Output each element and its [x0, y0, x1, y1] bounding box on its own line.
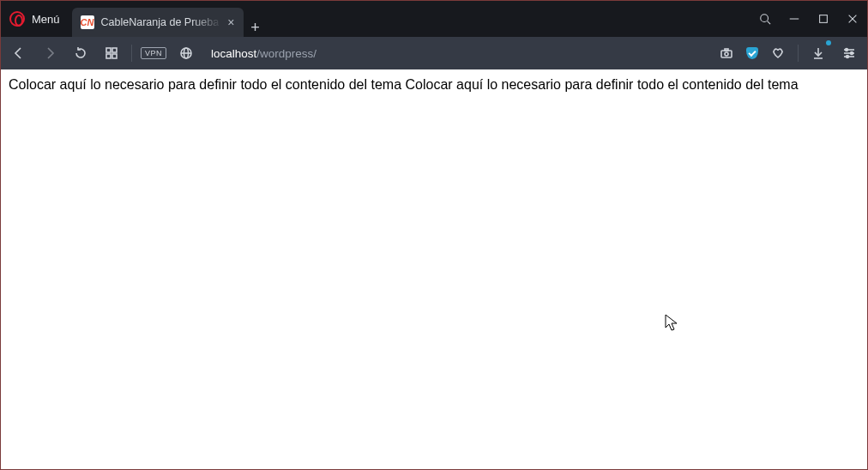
- svg-rect-8: [106, 54, 111, 58]
- snapshot-icon[interactable]: [715, 42, 738, 64]
- tab-favicon-icon: CN: [81, 15, 94, 29]
- speed-dial-icon[interactable]: [100, 42, 123, 64]
- separator: [798, 45, 799, 62]
- reload-button[interactable]: [69, 42, 92, 64]
- search-tabs-icon[interactable]: [750, 1, 780, 37]
- toolbar-right: [715, 42, 860, 64]
- downloads-badge-dot: [826, 40, 831, 45]
- svg-point-22: [851, 52, 853, 55]
- new-tab-button[interactable]: +: [244, 19, 268, 37]
- menu-button[interactable]: Menú: [32, 13, 60, 26]
- tab-active[interactable]: CN CableNaranja de Prueba - C ×: [72, 8, 244, 37]
- svg-rect-3: [820, 15, 828, 23]
- browser-window: Menú CN CableNaranja de Prueba - C × + V…: [0, 0, 868, 470]
- close-window-button[interactable]: [838, 1, 867, 37]
- forward-button[interactable]: [39, 42, 61, 64]
- site-info-globe-icon[interactable]: [175, 42, 197, 64]
- tab-strip: CN CableNaranja de Prueba - C × +: [72, 1, 268, 37]
- separator: [131, 45, 132, 62]
- address-bar[interactable]: localhost/wordpress/: [211, 47, 700, 60]
- vpn-badge[interactable]: VPN: [141, 47, 166, 59]
- svg-point-0: [761, 15, 769, 22]
- heart-icon[interactable]: [767, 42, 789, 64]
- svg-point-14: [725, 52, 728, 56]
- easy-setup-icon[interactable]: [838, 42, 860, 64]
- svg-point-21: [846, 49, 848, 51]
- tab-close-icon[interactable]: ×: [227, 15, 234, 29]
- title-bar: Menú CN CableNaranja de Prueba - C × +: [1, 1, 867, 37]
- back-button[interactable]: [8, 42, 30, 64]
- address-path: /wordpress/: [256, 47, 316, 60]
- window-controls: [750, 1, 867, 37]
- svg-rect-7: [112, 48, 117, 52]
- svg-rect-15: [725, 49, 728, 51]
- maximize-button[interactable]: [809, 1, 838, 37]
- address-host: localhost: [211, 47, 256, 60]
- minimize-button[interactable]: [780, 1, 809, 37]
- svg-rect-9: [112, 54, 117, 58]
- tab-title: CableNaranja de Prueba - C: [101, 16, 223, 28]
- page-viewport: Colocar aquí lo necesario para definir t…: [1, 69, 867, 469]
- toolbar: VPN localhost/wordpress/: [1, 37, 867, 69]
- downloads-icon[interactable]: [807, 42, 829, 64]
- opera-logo-icon[interactable]: [9, 11, 25, 27]
- svg-line-1: [768, 21, 771, 25]
- page-body-text: Colocar aquí lo necesario para definir t…: [9, 77, 799, 92]
- adblock-shield-icon[interactable]: [746, 47, 758, 59]
- svg-point-23: [847, 56, 849, 58]
- svg-rect-6: [106, 48, 111, 52]
